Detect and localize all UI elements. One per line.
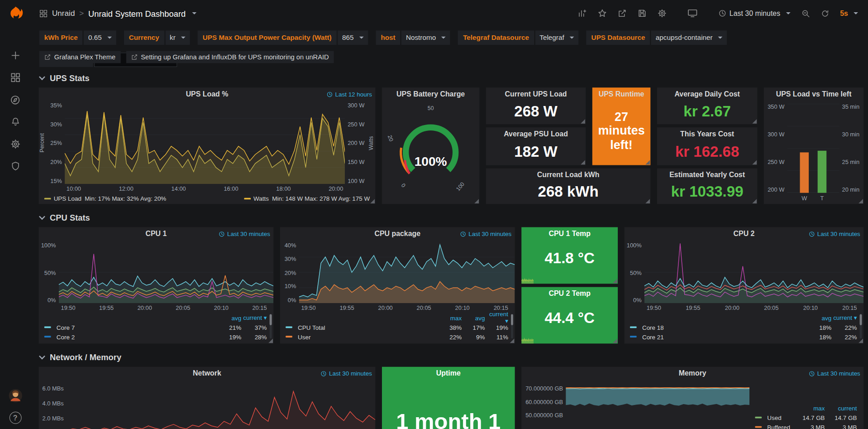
legend-series-name[interactable]: UPS Load [54,195,81,202]
panel-resize-handle[interactable] [645,160,650,165]
row-header-ups-stats[interactable]: UPS Stats [39,71,864,84]
chart-plot-area[interactable] [59,241,274,303]
star-dashboard-button[interactable] [593,5,611,21]
dashboard-title[interactable]: Unraid System Dashboard [88,9,186,18]
sidebar-alerting[interactable] [0,111,30,133]
variable-telegraf-datasource[interactable]: Telegraf Datasource Telegraf [458,30,578,45]
zoom-out-time-button[interactable] [797,6,814,21]
legend-item[interactable]: UPS LoadMin: 17% Max: 32% Avg: 20% [44,195,166,202]
panel-resize-handle[interactable] [581,119,585,124]
panel-title[interactable]: Network Last 30 minutes [39,367,376,380]
legend-series-name[interactable]: Buffered [755,424,792,429]
legend-column-header[interactable]: max [439,314,462,321]
panel-title[interactable]: Average Daily Cost [657,87,757,101]
panel-resize-handle[interactable] [752,199,757,203]
legend-series-name[interactable]: Watts [253,195,269,202]
panel-resize-handle[interactable] [581,160,585,165]
legend-series-name[interactable]: User [286,333,439,340]
panel-title[interactable]: UPS Runtime [592,87,650,101]
legend-series-name[interactable]: CPU Total [286,324,439,331]
panel-title[interactable]: CPU 2 Temp [521,287,618,300]
panel-resize-handle[interactable] [752,119,757,124]
panel-title[interactable]: CPU package Last 30 minutes [280,227,515,241]
sidebar-create[interactable] [0,44,30,67]
panel-resize-handle[interactable] [613,279,617,283]
legend-column-header[interactable]: avg [806,314,831,321]
refresh-interval-picker[interactable]: 5s [835,6,862,21]
refresh-button[interactable] [816,6,834,21]
variable-value-dropdown[interactable]: 0.65 [84,30,116,45]
legend-series-name[interactable]: Core 18 [630,324,806,331]
variable-value-dropdown[interactable]: Nostromo [401,30,450,45]
panel-title[interactable]: CPU 2 Last 30 minutes [625,227,863,241]
legend-item[interactable]: WattsMin: 148 W Max: 278 W Avg: 175 W [244,195,370,202]
panel-time-range[interactable]: Last 30 minutes [321,367,372,380]
panel-resize-handle[interactable] [858,338,863,343]
legend-series-name[interactable]: Used [755,414,792,421]
legend-series-name[interactable]: Core 7 [44,324,216,331]
variable-value-dropdown[interactable]: 865 [338,30,368,45]
link-ups-monitoring-guide[interactable]: Setting up Grafana and InfluxDB for UPS … [126,51,334,63]
variable-ups-max-output[interactable]: UPS Max Output Power Capacity (Watt) 865 [198,30,368,45]
panel-resize-handle[interactable] [752,160,757,165]
legend-column-header[interactable]: current ▾ [485,311,508,325]
panel-time-range[interactable]: Last 30 minutes [809,367,860,380]
panel-title[interactable]: Memory Last 30 minutes [521,367,863,380]
legend-column-header[interactable]: current ▾ [241,314,267,322]
panel-resize-handle[interactable] [613,338,617,343]
dashboard-settings-button[interactable] [653,5,671,21]
legend-series-name[interactable]: Core 2 [44,333,216,340]
panel-title[interactable]: Current Load kWh [486,169,650,182]
chart-plot-area[interactable] [566,385,749,429]
panel-resize-handle[interactable] [474,199,479,203]
chart-plot-area[interactable] [644,241,863,303]
legend-column-header[interactable]: max [793,405,825,412]
legend-column-header[interactable]: avg [462,314,485,321]
row-header-network-memory[interactable]: Network / Memory [39,350,864,363]
bar-W[interactable] [800,152,809,193]
panel-title[interactable]: CPU 1 Last 30 minutes [39,227,274,241]
cycle-view-mode-button[interactable] [683,5,702,21]
panel-resize-handle[interactable] [268,338,273,343]
chart-plot-area[interactable] [65,102,345,184]
panel-title[interactable]: UPS Load vs Time left [764,87,863,101]
sidebar-help[interactable]: ? [0,407,30,429]
variable-ups-datasource[interactable]: UPS Datasource apcupsd-container [587,30,727,45]
panel-time-range[interactable]: Last 12 hours [327,87,372,101]
panel-resize-handle[interactable] [645,199,650,203]
panel-resize-handle[interactable] [510,338,515,343]
panel-title[interactable]: Estimated Yearly Cost [657,169,757,182]
breadcrumb[interactable]: Unraid > Unraid System Dashboard [39,9,197,18]
panel-title[interactable]: Current UPS Load [486,87,586,101]
add-panel-button[interactable] [573,5,591,21]
panel-title[interactable]: CPU 1 Temp [521,227,618,241]
chart-plot-area[interactable] [299,241,515,303]
variable-value-dropdown[interactable]: apcupsd-container [651,30,727,45]
panel-title[interactable]: Uptime [382,367,515,380]
panel-time-range[interactable]: Last 30 minutes [809,227,860,241]
row-header-cpu-stats[interactable]: CPU Stats [39,211,864,224]
bar-T[interactable] [818,151,827,193]
panel-time-range[interactable]: Last 30 minutes [219,227,270,241]
share-dashboard-button[interactable] [613,5,631,21]
legend-column-header[interactable]: current ▾ [831,314,857,322]
legend-column-header[interactable]: avg [216,314,241,321]
save-dashboard-button[interactable] [633,5,651,21]
legend-scrollbar[interactable] [860,314,862,339]
panel-resize-handle[interactable] [370,199,375,203]
panel-time-range[interactable]: Last 30 minutes [460,227,511,241]
legend-scrollbar[interactable] [270,314,272,339]
legend-column-header[interactable]: current [825,405,857,412]
panel-resize-handle[interactable] [858,199,863,203]
panel-title[interactable]: UPS Battery Charge [382,87,479,101]
chart-plot-area[interactable] [67,385,376,429]
sidebar-user-profile[interactable] [0,385,30,407]
time-range-picker[interactable]: Last 30 minutes [714,6,795,21]
grafana-logo[interactable] [7,5,24,25]
legend-scrollbar[interactable] [511,314,513,339]
panel-title[interactable]: This Years Cost [657,127,757,140]
legend-series-name[interactable]: Core 21 [630,333,806,340]
sidebar-configuration[interactable] [0,133,30,155]
sidebar-server-admin[interactable] [0,155,30,177]
panel-title[interactable]: UPS Load % Last 12 hours [39,87,376,101]
